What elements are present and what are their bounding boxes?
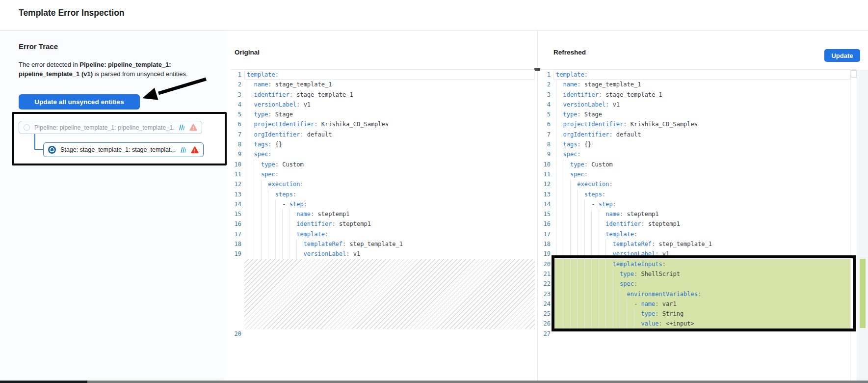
line-number: 18 bbox=[541, 239, 553, 249]
code-line: 15 name: steptemp1 bbox=[231, 209, 535, 219]
original-editor[interactable]: 1template:2 name: stage_template_13 iden… bbox=[231, 70, 535, 339]
line-content: template: bbox=[553, 70, 850, 80]
line-content: - name: var1 bbox=[553, 299, 850, 309]
code-line: 12 execution: bbox=[541, 179, 850, 189]
update-all-unsynced-button[interactable]: Update all unsynced entities bbox=[19, 94, 140, 109]
tree-item-pipeline[interactable]: Pipeline: pipeline_template_1: pipeline_… bbox=[19, 121, 202, 134]
pipeline-radio[interactable] bbox=[24, 124, 30, 131]
line-content: identifier: steptemp1 bbox=[244, 219, 535, 229]
code-line: 4 versionLabel: v1 bbox=[541, 100, 850, 109]
line-number: 22 bbox=[541, 279, 553, 289]
code-line: 25 type: String bbox=[541, 309, 850, 319]
line-content: identifier: stage_template_1 bbox=[553, 90, 850, 100]
error-trace-sidebar bbox=[0, 31, 226, 381]
original-scrollbar-thumb[interactable] bbox=[534, 68, 540, 71]
line-content: type: Custom bbox=[553, 160, 850, 169]
line-number: 7 bbox=[541, 130, 553, 139]
line-content: type: Custom bbox=[244, 160, 535, 169]
indent-guides bbox=[556, 289, 627, 299]
bottom-scrollbar-track[interactable] bbox=[87, 381, 868, 383]
refreshed-scrollbar-thumb[interactable] bbox=[851, 70, 857, 78]
indent-guides bbox=[556, 160, 570, 169]
refreshed-editor[interactable]: 1template:2 name: stage_template_13 iden… bbox=[541, 70, 850, 339]
indent-guides bbox=[556, 190, 584, 199]
warning-icon bbox=[191, 146, 199, 154]
line-number: 13 bbox=[231, 190, 244, 199]
line-content: orgIdentifier: default bbox=[553, 130, 850, 139]
line-number: 19 bbox=[231, 249, 244, 259]
overview-ruler-change-marker bbox=[860, 259, 866, 328]
indent-guides bbox=[556, 249, 613, 259]
code-line: 22 spec: bbox=[541, 279, 850, 289]
update-button[interactable]: Update bbox=[824, 49, 860, 62]
line-number: 14 bbox=[231, 199, 244, 209]
stage-radio[interactable] bbox=[48, 146, 56, 154]
line-content: name: stage_template_1 bbox=[553, 80, 850, 89]
indent-guides bbox=[556, 169, 570, 179]
tree-connector-horizontal bbox=[34, 149, 43, 150]
code-line: 5 type: Stage bbox=[231, 109, 535, 119]
code-line: 4 versionLabel: v1 bbox=[231, 100, 535, 109]
code-line: 8 tags: {} bbox=[541, 139, 850, 149]
line-content: type: ShellScript bbox=[553, 269, 850, 279]
indent-guides bbox=[556, 90, 563, 100]
code-line: 8 tags: {} bbox=[231, 139, 535, 149]
line-number: 18 bbox=[231, 239, 244, 249]
code-line: 11 spec: bbox=[541, 169, 850, 179]
line-number: 4 bbox=[541, 100, 553, 109]
line-content bbox=[553, 329, 850, 339]
warning-icon bbox=[189, 124, 197, 131]
code-line: 9 spec: bbox=[231, 149, 535, 159]
line-content: templateRef: step_template_1 bbox=[244, 239, 535, 249]
indent-guides bbox=[556, 199, 591, 209]
line-number: 25 bbox=[541, 309, 553, 319]
line-number: 4 bbox=[231, 100, 244, 109]
line-content: execution: bbox=[553, 179, 850, 189]
line-number: 5 bbox=[231, 109, 244, 119]
code-line: 5 type: Stage bbox=[541, 109, 850, 119]
line-content: - step: bbox=[244, 199, 535, 209]
line-number: 3 bbox=[541, 90, 553, 100]
indent-guides bbox=[247, 229, 296, 239]
bottom-scrollbar-dark[interactable] bbox=[0, 381, 87, 383]
indent-guides bbox=[556, 279, 620, 289]
code-line: 15 name: steptemp1 bbox=[541, 209, 850, 219]
line-content: template: bbox=[553, 229, 850, 239]
line-number: 1 bbox=[231, 70, 244, 80]
line-content: identifier: steptemp1 bbox=[553, 219, 850, 229]
line-number: 20 bbox=[541, 259, 553, 269]
code-line: 13 steps: bbox=[231, 190, 535, 199]
line-content: environmentVariables: bbox=[553, 289, 850, 299]
line-number: 6 bbox=[541, 119, 553, 129]
line-content: spec: bbox=[553, 279, 850, 289]
line-number: 17 bbox=[541, 229, 553, 239]
indent-guides bbox=[247, 209, 296, 219]
code-line: 16 identifier: steptemp1 bbox=[231, 219, 535, 229]
line-content: identifier: stage_template_1 bbox=[244, 90, 535, 100]
line-number: 2 bbox=[231, 80, 244, 89]
overview-ruler bbox=[857, 70, 868, 381]
line-number: 20 bbox=[231, 329, 244, 339]
line-number: 2 bbox=[541, 80, 553, 89]
code-line: 1template: bbox=[541, 70, 850, 80]
code-line: 20 templateInputs: bbox=[541, 259, 850, 269]
code-line: 14 - step: bbox=[541, 199, 850, 209]
line-content: type: Stage bbox=[244, 109, 535, 119]
line-content: tags: {} bbox=[553, 139, 850, 149]
refreshed-content-edge bbox=[850, 70, 851, 381]
line-number: 13 bbox=[541, 190, 553, 199]
indent-guides bbox=[556, 299, 634, 309]
line-content: template: bbox=[244, 70, 535, 80]
code-line: 17 template: bbox=[541, 229, 850, 239]
original-panel-title: Original bbox=[235, 49, 260, 56]
line-number: 23 bbox=[541, 289, 553, 299]
stage-label: Stage: stage_template_1: stage_templat..… bbox=[60, 146, 176, 153]
tree-item-stage[interactable]: Stage: stage_template_1: stage_templat..… bbox=[43, 142, 204, 157]
indent-guides bbox=[247, 90, 254, 100]
line-content: steps: bbox=[553, 190, 850, 199]
indent-guides bbox=[556, 309, 641, 319]
code-line: 2 name: stage_template_1 bbox=[541, 80, 850, 89]
line-number: 11 bbox=[541, 169, 553, 179]
line-number: 17 bbox=[231, 229, 244, 239]
indent-guides bbox=[556, 269, 620, 279]
